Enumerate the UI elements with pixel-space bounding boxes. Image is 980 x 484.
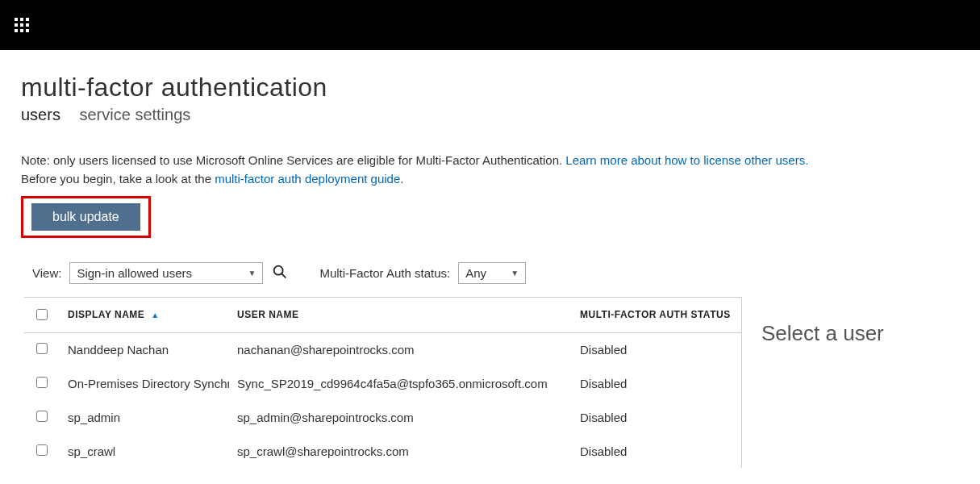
- svg-line-1: [282, 273, 286, 277]
- cell-display-name: sp_admin: [60, 401, 229, 435]
- cell-display-name: On-Premises Directory Synchronization: [60, 367, 229, 401]
- tab-users[interactable]: users: [21, 106, 60, 124]
- bulk-update-highlight: bulk update: [21, 196, 151, 238]
- status-select-value: Any: [465, 266, 486, 280]
- cell-user-name: sp_admin@sharepointrocks.com: [229, 401, 572, 435]
- chevron-down-icon: ▼: [511, 269, 519, 277]
- table-row[interactable]: On-Premises Directory SynchronizationSyn…: [24, 367, 741, 401]
- status-select[interactable]: Any ▼: [458, 262, 526, 284]
- note-line2b: .: [400, 172, 403, 186]
- top-bar: [0, 0, 980, 50]
- view-select-value: Sign-in allowed users: [77, 266, 192, 280]
- row-checkbox[interactable]: [36, 377, 48, 388]
- main-content: multi-factor authentication users servic…: [0, 50, 980, 468]
- cell-status: Disabled: [572, 435, 741, 469]
- cell-display-name: Nanddeep Nachan: [60, 333, 229, 367]
- note-line1: Note: only users licensed to use Microso…: [21, 153, 565, 167]
- tab-service-settings[interactable]: service settings: [79, 106, 190, 124]
- page-title: multi-factor authentication: [21, 73, 959, 102]
- col-display-name[interactable]: DISPLAY NAME ▲: [60, 298, 229, 333]
- row-checkbox[interactable]: [36, 444, 48, 456]
- cell-user-name: sp_crawl@sharepointrocks.com: [229, 435, 572, 469]
- search-icon[interactable]: [271, 263, 289, 283]
- side-panel: Select a user: [741, 297, 959, 468]
- view-select[interactable]: Sign-in allowed users ▼: [69, 262, 263, 284]
- note-line2: Before you begin, take a look at the: [21, 172, 215, 186]
- link-deployment-guide[interactable]: multi-factor auth deployment guide: [215, 172, 400, 186]
- app-launcher-icon[interactable]: [15, 18, 29, 32]
- note-text: Note: only users licensed to use Microso…: [21, 152, 959, 188]
- cell-status: Disabled: [572, 367, 741, 401]
- row-checkbox[interactable]: [36, 411, 48, 422]
- link-license-users[interactable]: Learn more about how to license other us…: [565, 153, 808, 167]
- svg-point-0: [274, 266, 283, 275]
- cell-user-name: nachanan@sharepointrocks.com: [229, 333, 572, 367]
- users-table-container: DISPLAY NAME ▲ USER NAME MULTI-FACTOR AU…: [24, 297, 741, 468]
- filter-row: View: Sign-in allowed users ▼ Multi-Fact…: [21, 262, 959, 284]
- table-row[interactable]: sp_crawlsp_crawl@sharepointrocks.comDisa…: [24, 435, 741, 469]
- col-display-name-label: DISPLAY NAME: [68, 309, 144, 320]
- table-row[interactable]: Nanddeep Nachannachanan@sharepointrocks.…: [24, 333, 741, 367]
- sort-asc-icon: ▲: [151, 311, 159, 319]
- view-label: View:: [32, 266, 61, 280]
- select-all-checkbox[interactable]: [36, 309, 48, 320]
- status-label: Multi-Factor Auth status:: [319, 266, 450, 280]
- cell-status: Disabled: [572, 401, 741, 435]
- row-checkbox[interactable]: [36, 343, 48, 354]
- tab-bar: users service settings: [21, 106, 959, 124]
- cell-status: Disabled: [572, 333, 741, 367]
- chevron-down-icon: ▼: [248, 269, 256, 277]
- bulk-update-button[interactable]: bulk update: [31, 203, 140, 231]
- users-table: DISPLAY NAME ▲ USER NAME MULTI-FACTOR AU…: [24, 297, 741, 468]
- table-row[interactable]: sp_adminsp_admin@sharepointrocks.comDisa…: [24, 401, 741, 435]
- col-status[interactable]: MULTI-FACTOR AUTH STATUS: [572, 298, 741, 333]
- cell-display-name: sp_crawl: [60, 435, 229, 469]
- cell-user-name: Sync_SP2019_cd9964c4fa5a@tspfo365.onmicr…: [229, 367, 572, 401]
- side-panel-heading: Select a user: [761, 321, 959, 346]
- col-user-name[interactable]: USER NAME: [229, 298, 572, 333]
